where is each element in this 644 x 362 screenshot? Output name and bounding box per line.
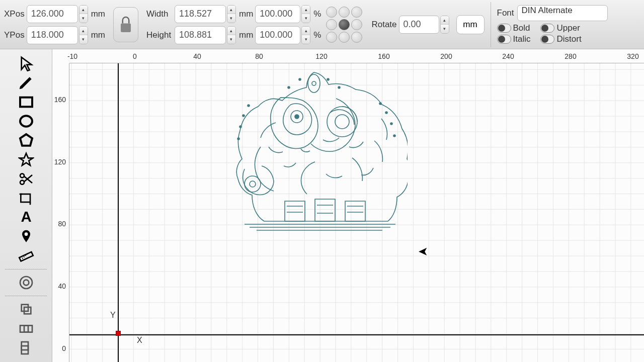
elephant-artwork-icon: [224, 65, 408, 234]
svg-rect-1: [20, 97, 32, 107]
height-pct-stepper[interactable]: ▴▾: [301, 26, 310, 44]
chevron-up-icon[interactable]: ▴: [302, 6, 310, 14]
lock-aspect-button[interactable]: [113, 7, 138, 42]
bold-toggle[interactable]: Bold: [497, 23, 531, 33]
height-stepper[interactable]: ▴▾: [227, 26, 236, 44]
tool-separator: [5, 296, 46, 296]
svg-point-24: [335, 115, 349, 129]
align-tool-1[interactable]: [14, 300, 39, 318]
anchor-tm[interactable]: [339, 7, 350, 18]
width-stepper[interactable]: ▴▾: [227, 5, 236, 23]
chevron-up-icon[interactable]: ▴: [79, 27, 88, 35]
rotate-input[interactable]: [399, 16, 439, 34]
height-label: Height: [146, 30, 173, 40]
chevron-up-icon[interactable]: ▴: [79, 6, 88, 14]
ruler-tick: 160: [54, 96, 66, 104]
marker-tool[interactable]: [14, 227, 39, 245]
anchor-tr[interactable]: [351, 7, 362, 18]
align-tool-2[interactable]: [14, 319, 39, 337]
svg-rect-10: [19, 252, 33, 261]
chevron-down-icon[interactable]: ▾: [441, 25, 449, 33]
italic-toggle[interactable]: Italic: [497, 34, 531, 44]
rotate-row: Rotate ▴▾: [371, 16, 449, 34]
ypos-input[interactable]: [27, 26, 78, 44]
xpos-unit: mm: [91, 9, 105, 19]
anchor-br[interactable]: [351, 32, 362, 43]
width-pct-stepper[interactable]: ▴▾: [301, 5, 310, 23]
ruler-tick: 160: [378, 52, 389, 60]
select-tool[interactable]: [14, 54, 39, 72]
upper-toggle[interactable]: Upper: [540, 23, 581, 33]
xpos-stepper[interactable]: ▴▾: [79, 5, 88, 23]
canvas[interactable]: -10 0 40 80 120 160 200 240 280 320 160 …: [52, 49, 644, 362]
svg-point-6: [20, 180, 24, 184]
tool-palette: A: [0, 49, 52, 362]
pen-tool[interactable]: [14, 73, 39, 92]
svg-point-37: [288, 86, 290, 88]
radial-tool[interactable]: [14, 274, 39, 292]
artwork-object[interactable]: [224, 65, 408, 234]
font-label: Font: [497, 8, 514, 18]
chevron-down-icon[interactable]: ▾: [79, 35, 88, 44]
ypos-unit: mm: [91, 30, 105, 40]
switch-icon: [540, 24, 554, 33]
text-tool[interactable]: A: [14, 208, 39, 226]
chevron-up-icon[interactable]: ▴: [227, 27, 235, 35]
ruler-tick: 40: [193, 52, 201, 60]
xpos-input[interactable]: [27, 5, 78, 23]
distort-toggle[interactable]: Distort: [540, 34, 581, 44]
chevron-down-icon[interactable]: ▾: [302, 14, 310, 23]
chevron-down-icon[interactable]: ▾: [79, 14, 88, 23]
crop-tool[interactable]: [14, 189, 39, 207]
ruler-horizontal: -10 0 40 80 120 160 200 240 280 320: [69, 49, 644, 63]
divider: [491, 2, 491, 47]
chevron-up-icon[interactable]: ▴: [441, 16, 449, 25]
font-select[interactable]: DIN Alternate: [517, 5, 608, 21]
measure-tool[interactable]: [14, 247, 39, 265]
chevron-down-icon[interactable]: ▾: [227, 35, 235, 44]
axis-x: [69, 334, 644, 335]
anchor-tl[interactable]: [326, 7, 337, 18]
polygon-tool[interactable]: [14, 131, 39, 149]
width-input[interactable]: [175, 5, 226, 23]
anchor-center[interactable]: [339, 19, 350, 30]
svg-point-22: [295, 115, 299, 119]
svg-point-32: [385, 112, 387, 114]
rectangle-tool[interactable]: [14, 93, 39, 111]
svg-point-9: [24, 232, 28, 236]
svg-rect-13: [21, 305, 28, 311]
width-pct-input[interactable]: [255, 5, 300, 23]
align-tool-3[interactable]: [14, 339, 39, 357]
scissors-tool[interactable]: [14, 170, 39, 188]
chevron-up-icon[interactable]: ▴: [227, 6, 235, 14]
xpos-label: XPos: [4, 9, 25, 19]
ruler-tick: 0: [62, 344, 66, 352]
anchor-mr[interactable]: [351, 19, 362, 30]
origin-marker[interactable]: [116, 331, 121, 336]
anchor-grid[interactable]: [326, 7, 362, 43]
svg-text:A: A: [21, 209, 31, 225]
svg-point-31: [379, 103, 381, 105]
width-pct-unit: %: [313, 9, 321, 19]
chevron-down-icon[interactable]: ▾: [227, 14, 235, 23]
height-input[interactable]: [175, 26, 226, 44]
anchor-ml[interactable]: [326, 19, 337, 30]
upper-label: Upper: [556, 23, 580, 33]
star-tool[interactable]: [14, 150, 39, 168]
chevron-down-icon[interactable]: ▾: [302, 35, 310, 44]
anchor-bl[interactable]: [326, 32, 337, 43]
chevron-up-icon[interactable]: ▴: [302, 27, 310, 35]
height-pct-input[interactable]: [255, 26, 300, 44]
svg-point-12: [23, 280, 29, 286]
ruler-tick: 0: [133, 52, 137, 60]
anchor-bm[interactable]: [339, 32, 350, 43]
ypos-stepper[interactable]: ▴▾: [79, 26, 88, 44]
axis-x-label: X: [137, 336, 142, 345]
ellipse-tool[interactable]: [14, 112, 39, 130]
ruler-tick: 80: [58, 220, 66, 228]
ypos-label: YPos: [4, 30, 25, 40]
switch-icon: [497, 35, 511, 44]
rotate-stepper[interactable]: ▴▾: [440, 16, 449, 34]
xpos-row: XPos ▴▾ mm: [4, 5, 105, 23]
units-button[interactable]: mm: [456, 15, 485, 34]
